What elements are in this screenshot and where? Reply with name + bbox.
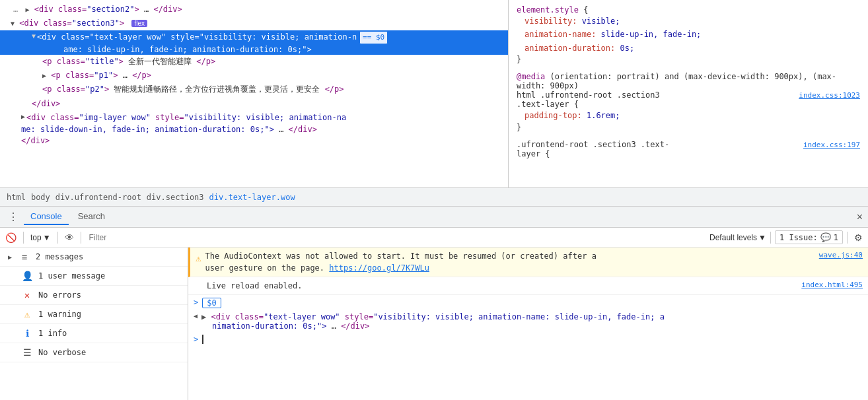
tag-p2: <p class="p2"> xyxy=(42,84,109,94)
clear-console-button[interactable]: 🚫 xyxy=(3,231,19,244)
tag-imglayer: <div class="img-layer wow" style="visibi… xyxy=(26,112,346,124)
sidebar-item-messages[interactable]: ▶ ≡ 2 messages xyxy=(0,248,188,267)
cursor-prompt-chevron: > xyxy=(194,335,198,344)
tab-search[interactable]: Search xyxy=(71,209,112,225)
ellipsis-p1: … xyxy=(123,71,127,80)
breadcrumb-section3[interactable]: div.section3 xyxy=(145,193,205,202)
breadcrumb-bar: html body div.ufrontend-root div.section… xyxy=(0,188,868,207)
tag-p1-close: </p> xyxy=(132,71,151,80)
top-label: top xyxy=(30,233,42,242)
info-icon: ℹ xyxy=(21,328,33,339)
livereload-source[interactable]: index.html:495 xyxy=(796,280,863,291)
dollar-badge: $0 xyxy=(202,298,221,308)
messages-icon: ≡ xyxy=(18,251,30,262)
close-console-button[interactable]: × xyxy=(857,211,863,223)
three-dots: … xyxy=(11,3,20,15)
top-dropdown[interactable]: top ▼ xyxy=(28,232,54,244)
result-triangle[interactable]: ▶ xyxy=(201,312,206,321)
style-rule-media: @media (orientation: portrait) and (max-… xyxy=(517,72,860,131)
tag-p2-close: </p> xyxy=(325,84,344,94)
dom-line-section3[interactable]: ▼ <div class="section3"> flex xyxy=(0,17,508,30)
user-label: 1 user message xyxy=(38,271,105,281)
style-media-query: @media (orientation: portrait) and (max-… xyxy=(517,72,860,90)
triangle-imglayer[interactable]: ▶ xyxy=(21,112,25,122)
tag-section3: <div class="section3"> xyxy=(19,18,124,28)
style-link-1023[interactable]: index.css:1023 xyxy=(799,91,860,100)
text-title: 全新一代智能避障 xyxy=(128,57,192,66)
divider-3 xyxy=(81,232,81,244)
menu-button[interactable]: ⋮ xyxy=(5,209,21,224)
tag-section2-close: </div> xyxy=(153,5,182,14)
breadcrumb-html[interactable]: html xyxy=(5,193,27,202)
audioctx-source[interactable]: wave.js:40 xyxy=(814,250,863,261)
console-sidebar: ▶ ≡ 2 messages 👤 1 user message ✕ No err… xyxy=(0,248,188,400)
tag-div-close1: </div> xyxy=(32,99,60,108)
dom-line-p1[interactable]: ▶ <p class="p1"> … </p> xyxy=(0,69,508,83)
warn-icon-1: ⚠ xyxy=(196,251,201,265)
dropdown-arrow: ▼ xyxy=(43,233,51,242)
tab-console[interactable]: Console xyxy=(24,209,69,225)
triangle-p1[interactable]: ▶ xyxy=(42,72,46,79)
dom-line-p-title[interactable]: <p class="title"> 全新一代智能避障 </p> xyxy=(0,55,508,69)
breadcrumb-body[interactable]: body xyxy=(30,193,52,202)
dom-line-imglayer-cont: me: slide-down-in, fade-in; animation-du… xyxy=(0,125,508,134)
verbose-icon: ☰ xyxy=(21,347,33,358)
tag-p-title: <p class="title"> xyxy=(42,57,124,66)
style-link-197[interactable]: index.css:197 xyxy=(803,141,860,149)
console-toolbar: 🚫 top ▼ 👁 Default levels ▼ 1 Issue: 💬 1 … xyxy=(0,228,868,248)
sidebar-item-warnings[interactable]: ⚠ 1 warning xyxy=(0,305,188,324)
sidebar-item-verbose[interactable]: ☰ No verbose xyxy=(0,343,188,362)
triangle-section3[interactable]: ▼ xyxy=(11,20,15,27)
sidebar-item-errors[interactable]: ✕ No errors xyxy=(0,286,188,305)
console-prompt-1: > $0 xyxy=(188,295,868,311)
tag-p1: <p class="p1"> xyxy=(51,71,118,80)
styles-panel: element.style { visibility: visible; ani… xyxy=(509,0,868,187)
default-levels-button[interactable]: Default levels ▼ xyxy=(709,233,766,242)
console-cursor-line[interactable]: > xyxy=(188,332,868,347)
dom-line-textlayer-cont: ame: slide-up-in, fade-in; animation-dur… xyxy=(0,45,508,55)
dom-line-imglayer[interactable]: ▶ <div class="img-layer wow" style="visi… xyxy=(0,111,508,125)
dom-line-section2[interactable]: … ▶ <div class="section2"> … </div> xyxy=(0,3,508,17)
console-entry-livereload: Live reload enabled. index.html:495 xyxy=(188,277,868,295)
audioctx-link[interactable]: https://goo.gl/7K7WLu xyxy=(329,263,429,273)
divider-2 xyxy=(57,232,58,244)
user-icon: 👤 xyxy=(21,271,33,281)
warnings-label: 1 warning xyxy=(38,310,81,319)
default-levels-arrow: ▼ xyxy=(758,233,766,242)
tag-p-title-close: </p> xyxy=(196,57,215,66)
issue-badge[interactable]: 1 Issue: 💬 1 xyxy=(775,230,843,244)
text-p2: 智能规划通畅路径，全方位行进视角覆盖，更灵活，更安全 xyxy=(114,84,320,94)
issue-count: 1 xyxy=(834,233,838,242)
style-selector-element: element.style { xyxy=(517,5,860,15)
issue-label: 1 Issue: xyxy=(779,233,818,242)
dom-line-div-close1: </div> xyxy=(0,97,508,111)
console-tabs: ⋮ Console Search × xyxy=(0,207,868,228)
triangle-section2[interactable]: ▶ xyxy=(25,6,29,13)
triangle-textlayer[interactable]: ▼ xyxy=(32,31,36,42)
eye-button[interactable]: 👁 xyxy=(62,231,77,244)
sidebar-item-user[interactable]: 👤 1 user message xyxy=(0,267,188,286)
tag-section2-open: <div class="section2"> xyxy=(34,5,139,14)
default-levels-label: Default levels xyxy=(709,233,757,242)
dom-line-textlayer-selected[interactable]: ▼ <div class="text-layer wow" style="vis… xyxy=(0,30,508,45)
breadcrumb-textlayer[interactable]: div.text-layer.wow xyxy=(208,193,297,202)
errors-label: No errors xyxy=(38,290,81,300)
console-main: ⚠ The AudioContext was not allowed to st… xyxy=(188,248,868,400)
console-entry-audioctx: ⚠ The AudioContext was not allowed to st… xyxy=(188,248,868,277)
console-content: ▶ ≡ 2 messages 👤 1 user message ✕ No err… xyxy=(0,248,868,400)
breadcrumb-ufrontend[interactable]: div.ufrontend-root xyxy=(54,193,143,202)
tag-div-close2: </div> xyxy=(21,136,50,145)
top-area: … ▶ <div class="section2"> … </div> ▼ <d… xyxy=(0,0,868,188)
divider-4 xyxy=(770,232,771,244)
dom-line-div-close2: </div> xyxy=(0,134,508,148)
warning-icon: ⚠ xyxy=(21,309,33,319)
tag-textlayer: <div class="text-layer wow" style="visib… xyxy=(37,31,357,44)
filter-input[interactable] xyxy=(85,232,707,244)
error-icon: ✕ xyxy=(21,290,33,300)
livereload-text: Live reload enabled. xyxy=(207,280,792,292)
result-chevron: ◀ xyxy=(194,312,198,319)
settings-button[interactable]: ⚙ xyxy=(851,231,865,244)
sidebar-item-info[interactable]: ℹ 1 info xyxy=(0,324,188,343)
dom-line-p2[interactable]: <p class="p2"> 智能规划通畅路径，全方位行进视角覆盖，更灵活，更安… xyxy=(0,83,508,96)
style-rule-ufrontend: .ufrontend-root .section3 .text- index.c… xyxy=(517,140,860,158)
